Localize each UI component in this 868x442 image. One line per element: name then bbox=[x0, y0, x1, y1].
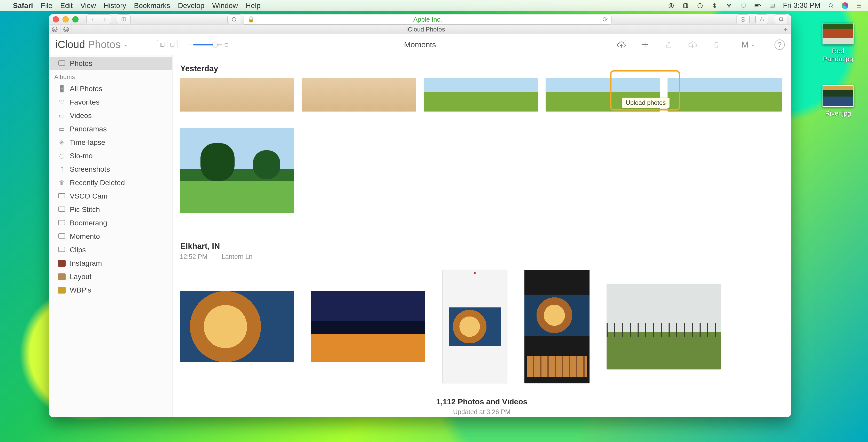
timelapse-icon: ✳ bbox=[58, 139, 66, 146]
sidebar-item-wbps[interactable]: WBP's bbox=[49, 283, 172, 297]
address-bar[interactable]: 🔒 Apple Inc. ⟳ bbox=[244, 14, 612, 25]
photo-thumbnail[interactable] bbox=[607, 284, 721, 369]
sidebar-item-layout[interactable]: Layout bbox=[49, 270, 172, 283]
menu-view[interactable]: View bbox=[80, 2, 96, 10]
window-zoom-button[interactable] bbox=[72, 16, 79, 23]
tabs-overview-button[interactable] bbox=[774, 14, 787, 24]
sidebar-item-label: Panoramas bbox=[70, 125, 107, 133]
upload-button[interactable] bbox=[615, 39, 627, 50]
sidebar-item-label: Clips bbox=[70, 246, 86, 254]
stack-icon: 🁢 bbox=[58, 85, 66, 93]
menubar-spotlight-icon[interactable] bbox=[827, 3, 835, 9]
help-button[interactable]: ? bbox=[774, 39, 785, 50]
photo-thumbnail[interactable] bbox=[311, 291, 425, 362]
sidebar-item-all-photos[interactable]: 🁢All Photos bbox=[49, 82, 172, 96]
photo-thumbnail[interactable] bbox=[180, 128, 294, 213]
menubar-bluetooth-icon[interactable] bbox=[711, 3, 718, 9]
svg-rect-10 bbox=[770, 4, 775, 7]
photo-thumbnail[interactable] bbox=[180, 78, 294, 111]
menubar-notification-center-icon[interactable] bbox=[855, 3, 863, 9]
menu-window[interactable]: Window bbox=[212, 2, 238, 10]
svg-rect-2 bbox=[684, 4, 688, 8]
desktop-file[interactable]: Red Panda.jpg bbox=[820, 23, 856, 63]
sidebar-item-photos[interactable]: Photos bbox=[49, 57, 172, 70]
add-button[interactable] bbox=[639, 39, 651, 50]
sidebar-item-videos[interactable]: ▭Videos bbox=[49, 109, 172, 123]
sidebar-visibility-toggle[interactable] bbox=[157, 40, 178, 49]
trash-icon: 🗑 bbox=[58, 179, 66, 186]
menubar-battery-icon[interactable] bbox=[754, 3, 762, 9]
photo-thumbnail[interactable] bbox=[424, 78, 538, 111]
new-tab-button[interactable]: ＋ bbox=[780, 25, 791, 34]
share-photo-button[interactable] bbox=[663, 39, 675, 50]
svg-rect-1 bbox=[671, 4, 672, 7]
menu-file[interactable]: File bbox=[41, 2, 53, 10]
menu-history[interactable]: History bbox=[103, 2, 126, 10]
sidebar-item-picstitch[interactable]: Pic Stitch bbox=[49, 203, 172, 216]
thumbnail-zoom-slider[interactable]: ▫ ◻ bbox=[189, 41, 228, 48]
sidebar-item-instagram[interactable]: Instagram bbox=[49, 257, 172, 270]
download-button[interactable] bbox=[687, 39, 699, 50]
gallery-footer: 1,112 Photos and Videos Updated at 3:26 … bbox=[180, 397, 784, 416]
sidebar-item-slo-mo[interactable]: ◌Slo-mo bbox=[49, 149, 172, 163]
menubar-timemachine-icon[interactable] bbox=[696, 3, 704, 9]
photo-thumbnail[interactable] bbox=[302, 78, 416, 111]
window-close-button[interactable] bbox=[53, 16, 59, 23]
menubar-box-icon[interactable] bbox=[682, 3, 689, 9]
sidebar-item-label: Layout bbox=[70, 273, 91, 281]
photo-thumbnail[interactable] bbox=[180, 291, 294, 362]
downloads-button[interactable] bbox=[736, 14, 750, 24]
pinned-tab-wordpress-admin[interactable] bbox=[49, 25, 60, 34]
share-button[interactable] bbox=[755, 14, 768, 24]
zoom-in-icon: ◻ bbox=[224, 41, 228, 48]
sidebar-item-favorites[interactable]: ♡Favorites bbox=[49, 96, 172, 109]
sidebar-item-clips[interactable]: Clips bbox=[49, 243, 172, 257]
menubar-1password-icon[interactable] bbox=[667, 3, 675, 9]
sidebar-item-label: VSCO Cam bbox=[70, 192, 107, 200]
menubar-clock[interactable]: Fri 3:30 PM bbox=[783, 2, 820, 9]
delete-button[interactable] bbox=[710, 39, 722, 50]
account-menu[interactable]: M⌄ bbox=[741, 39, 755, 49]
album-icon bbox=[58, 219, 66, 227]
album-icon bbox=[58, 273, 66, 280]
sidebar-item-label: Momento bbox=[70, 232, 100, 241]
sidebar-item-boomerang[interactable]: Boomerang bbox=[49, 216, 172, 230]
active-tab[interactable]: iCloud Photos bbox=[72, 25, 780, 34]
menu-develop[interactable]: Develop bbox=[178, 2, 205, 10]
menu-bookmarks[interactable]: Bookmarks bbox=[134, 2, 170, 10]
menubar-display-icon[interactable] bbox=[740, 3, 747, 9]
photo-thumbnail[interactable]: ● bbox=[442, 270, 507, 383]
sidebar-item-panoramas[interactable]: ▭Panoramas bbox=[49, 123, 172, 136]
sidebar-item-vsco[interactable]: VSCO Cam bbox=[49, 190, 172, 203]
photo-thumbnail[interactable] bbox=[668, 78, 782, 111]
nav-back-button[interactable]: ‹ bbox=[86, 14, 99, 24]
pinned-tab-wordpress[interactable] bbox=[60, 25, 72, 34]
photos-brand-menu[interactable]: iCloud Photos ⌄ bbox=[55, 39, 128, 50]
reader-button[interactable] bbox=[227, 14, 241, 24]
desktop-file[interactable]: River.jpg bbox=[820, 85, 856, 117]
window-minimize-button[interactable] bbox=[63, 16, 69, 23]
app-name[interactable]: Safari bbox=[13, 2, 33, 10]
sidebar-item-momento[interactable]: Momento bbox=[49, 230, 172, 243]
section-subtitle: 12:52 PM Lantern Ln bbox=[180, 253, 784, 261]
safari-titlebar: ‹ › 🔒 Apple Inc. ⟳ bbox=[49, 14, 791, 25]
zoom-out-icon: ▫ bbox=[189, 41, 191, 47]
reload-icon[interactable]: ⟳ bbox=[602, 16, 608, 23]
album-icon bbox=[58, 233, 66, 240]
sidebar-show-icon[interactable] bbox=[157, 40, 167, 49]
photo-thumbnail[interactable] bbox=[524, 270, 590, 383]
sidebar-item-screenshots[interactable]: ▯Screenshots bbox=[49, 163, 172, 176]
sidebar-item-recently-deleted[interactable]: 🗑Recently Deleted bbox=[49, 176, 172, 190]
menubar-keyboard-icon[interactable] bbox=[769, 3, 776, 9]
sidebar-toggle-button[interactable] bbox=[117, 14, 131, 24]
sidebar-hide-icon[interactable] bbox=[167, 40, 178, 49]
menu-edit[interactable]: Edit bbox=[60, 2, 72, 10]
sidebar-item-time-lapse[interactable]: ✳Time-lapse bbox=[49, 136, 172, 149]
photos-gallery[interactable]: Yesterday Elkhart, IN bbox=[173, 55, 791, 417]
album-icon bbox=[58, 206, 66, 213]
menubar-wifi-icon[interactable] bbox=[725, 3, 733, 9]
menubar-siri-icon[interactable] bbox=[842, 2, 848, 9]
nav-forward-button[interactable]: › bbox=[99, 14, 111, 24]
menu-help[interactable]: Help bbox=[246, 2, 261, 10]
svg-rect-19 bbox=[170, 43, 175, 46]
